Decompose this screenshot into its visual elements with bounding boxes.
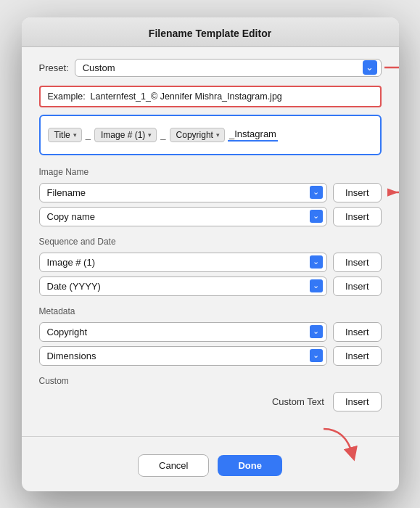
preset-label: Preset: (39, 62, 69, 73)
custom-text-label: Custom Text (39, 396, 333, 407)
template-editor-area[interactable]: Title ▾ _ Image # (1) ▾ _ Copyright ▾ _I… (39, 115, 382, 155)
custom-text-token[interactable]: _Instagram (228, 128, 278, 142)
cancel-button[interactable]: Cancel (138, 454, 209, 477)
example-label: Example: (48, 91, 88, 102)
dialog-content: Preset: CustomFilenameDate - Filename Ex… (22, 47, 399, 436)
custom-row: Custom Text Insert (39, 392, 382, 411)
separator-1: _ (85, 129, 91, 140)
date-row: Date (YYYY) Date (MM/DD/YYYY) Insert (39, 276, 382, 296)
dimensions-insert-button[interactable]: Insert (333, 346, 382, 366)
dimensions-select[interactable]: Dimensions Caption (39, 346, 327, 366)
filename-select-wrapper: Filename Copy name (39, 183, 327, 202)
copyright-token[interactable]: Copyright ▾ (170, 128, 225, 142)
metadata-label: Metadata (39, 306, 382, 316)
copyname-insert-button[interactable]: Insert (333, 207, 382, 226)
image-name-section: Image Name Filename Copy name Insert (39, 167, 382, 226)
metadata-section: Metadata Copyright Creator Insert Dimens… (39, 306, 382, 366)
copyright-select[interactable]: Copyright Creator (39, 322, 327, 342)
date-select[interactable]: Date (YYYY) Date (MM/DD/YYYY) (39, 276, 327, 296)
dimensions-select-wrapper: Dimensions Caption (39, 346, 327, 366)
image-num-token-label: Image # (1) (101, 130, 145, 140)
custom-insert-button[interactable]: Insert (333, 392, 382, 411)
filename-select[interactable]: Filename Copy name (39, 183, 327, 202)
image-name-label: Image Name (39, 167, 382, 177)
copyright-select-wrapper: Copyright Creator (39, 322, 327, 342)
done-button[interactable]: Done (218, 455, 282, 476)
sequence-date-label: Sequence and Date (39, 237, 382, 247)
date-select-wrapper: Date (YYYY) Date (MM/DD/YYYY) (39, 276, 327, 296)
copyright-dropdown-icon: ▾ (216, 131, 220, 139)
imagenum-select-wrapper: Image # (1) Image # (001) (39, 253, 327, 272)
preset-select[interactable]: CustomFilenameDate - Filename (75, 59, 382, 77)
footer: Cancel Done (22, 446, 399, 491)
dialog-title: Filename Template Editor (33, 28, 387, 39)
imagenum-insert-button[interactable]: Insert (333, 253, 382, 272)
preset-arrow-annotation (384, 60, 399, 75)
title-bar: Filename Template Editor (22, 17, 399, 47)
copyright-token-label: Copyright (176, 130, 213, 140)
image-num-dropdown-icon: ▾ (148, 131, 152, 139)
copyname-row: Copy name Filename Insert (39, 207, 382, 226)
filename-row: Filename Copy name Insert (39, 183, 382, 202)
copyname-select[interactable]: Copy name Filename (39, 207, 327, 226)
example-value: Lanternfest_1_© Jennifer Mishra_Instagra… (91, 91, 282, 102)
copyright-row: Copyright Creator Insert (39, 322, 382, 342)
filename-insert-button[interactable]: Insert (333, 183, 382, 202)
title-token-label: Title (54, 130, 70, 140)
custom-section: Custom Custom Text Insert (39, 376, 382, 411)
filename-template-editor-dialog: Filename Template Editor Preset: CustomF… (22, 17, 399, 491)
filename-arrow-annotation (387, 185, 399, 200)
done-arrow-annotation (316, 425, 360, 462)
example-box: Example: Lanternfest_1_© Jennifer Mishra… (39, 86, 382, 107)
copyright-insert-button[interactable]: Insert (333, 322, 382, 342)
preset-select-wrapper: CustomFilenameDate - Filename (75, 59, 382, 77)
title-token[interactable]: Title ▾ (48, 128, 82, 142)
dimensions-row: Dimensions Caption Insert (39, 346, 382, 366)
image-num-token[interactable]: Image # (1) ▾ (94, 128, 157, 142)
separator-2: _ (160, 129, 166, 140)
preset-row: Preset: CustomFilenameDate - Filename (39, 59, 382, 77)
sequence-date-section: Sequence and Date Image # (1) Image # (0… (39, 237, 382, 296)
custom-label: Custom (39, 376, 382, 386)
imagenum-select[interactable]: Image # (1) Image # (001) (39, 253, 327, 272)
copyname-select-wrapper: Copy name Filename (39, 207, 327, 226)
title-dropdown-icon: ▾ (73, 131, 77, 139)
imagenum-row: Image # (1) Image # (001) Insert (39, 253, 382, 272)
date-insert-button[interactable]: Insert (333, 276, 382, 296)
